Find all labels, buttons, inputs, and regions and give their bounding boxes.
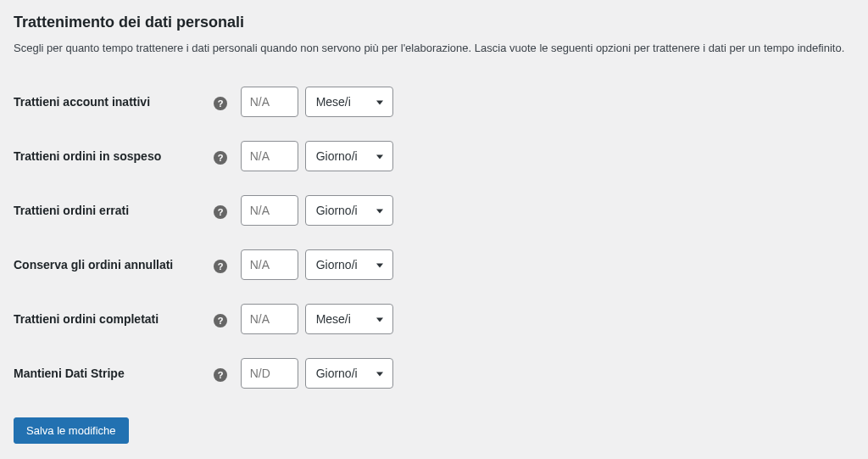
help-icon[interactable]: ? bbox=[214, 314, 227, 327]
retention-number-input[interactable] bbox=[241, 87, 298, 117]
row-label: Conserva gli ordini annullati bbox=[14, 238, 214, 292]
section-description: Scegli per quanto tempo trattenere i dat… bbox=[14, 42, 854, 54]
retention-number-input[interactable] bbox=[241, 358, 298, 389]
row-label: Trattieni ordini errati bbox=[14, 183, 214, 238]
row-label: Trattieni account inattivi bbox=[14, 75, 214, 129]
row-label: Trattieni ordini completati bbox=[14, 292, 214, 346]
help-icon[interactable]: ? bbox=[214, 205, 227, 219]
row-label: Trattieni ordini in sospeso bbox=[14, 129, 214, 183]
retention-unit-select[interactable]: Giorno/i bbox=[305, 195, 393, 226]
retention-number-input[interactable] bbox=[241, 249, 298, 280]
retention-unit-select[interactable]: Mese/i bbox=[305, 304, 393, 334]
row-label: Mantieni Dati Stripe bbox=[14, 346, 214, 400]
help-icon[interactable]: ? bbox=[214, 151, 227, 165]
retention-unit-select[interactable]: Giorno/i bbox=[305, 358, 393, 389]
retention-number-input[interactable] bbox=[241, 141, 298, 171]
retention-unit-select[interactable]: Mese/i bbox=[305, 87, 393, 117]
help-icon[interactable]: ? bbox=[214, 368, 227, 382]
retention-unit-select[interactable]: Giorno/i bbox=[305, 141, 393, 171]
section-heading: Trattenimento dei dati personali bbox=[14, 14, 854, 31]
help-icon[interactable]: ? bbox=[214, 97, 227, 110]
retention-number-input[interactable] bbox=[241, 304, 298, 334]
help-icon[interactable]: ? bbox=[214, 260, 227, 273]
retention-unit-select[interactable]: Giorno/i bbox=[305, 249, 393, 280]
save-button[interactable]: Salva le modifiche bbox=[14, 417, 129, 444]
retention-settings-table: Trattieni account inattivi ? Mese/i Trat… bbox=[14, 75, 854, 400]
retention-number-input[interactable] bbox=[241, 195, 298, 226]
